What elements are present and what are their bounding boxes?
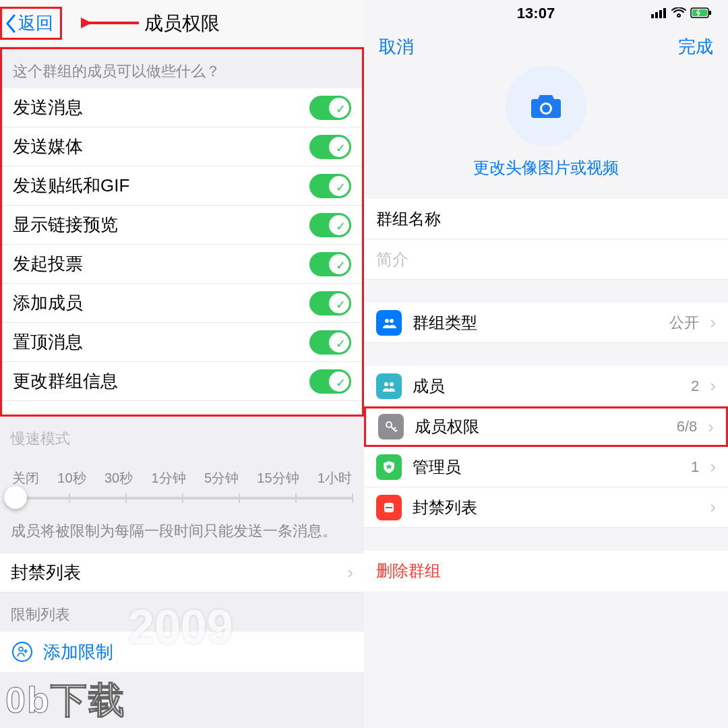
row-value: 2 — [691, 377, 699, 395]
avatar-button[interactable] — [506, 65, 586, 146]
perm-label: 更改群组信息 — [13, 369, 118, 393]
chevron-right-icon: › — [708, 417, 714, 437]
svg-rect-4 — [651, 14, 654, 18]
slider-tick-label: 5分钟 — [204, 469, 239, 487]
members-icon — [376, 373, 402, 399]
perm-row[interactable]: 发送贴纸和GIF✓ — [2, 166, 362, 206]
chevron-right-icon: › — [710, 497, 716, 518]
key-icon — [378, 414, 404, 439]
svg-rect-10 — [709, 11, 711, 15]
right-header: 取消 完成 — [364, 27, 728, 59]
perm-label: 显示链接预览 — [13, 213, 118, 237]
permissions-highlight: 这个群组的成员可以做些什么？ 发送消息✓ 发送媒体✓ 发送贴纸和GIF✓ 显示链… — [0, 47, 364, 417]
back-label: 返回 — [18, 11, 53, 35]
perm-label: 发送媒体 — [13, 135, 83, 158]
slider-labels: 关闭 10秒 30秒 1分钟 5分钟 15分钟 1小时 — [0, 456, 364, 487]
toggle-switch[interactable]: ✓ — [309, 96, 351, 120]
svg-point-1 — [19, 647, 23, 651]
svg-rect-7 — [663, 8, 666, 18]
permissions-section-label: 这个群组的成员可以做些什么？ — [2, 49, 362, 88]
camera-icon — [528, 91, 564, 121]
slowmode-desc: 成员将被限制为每隔一段时间只能发送一条消息。 — [0, 514, 364, 548]
row-label: 成员权限 — [415, 416, 479, 437]
members-row[interactable]: 成员 2 › — [364, 366, 728, 406]
perm-row[interactable]: 发送消息✓ — [2, 88, 362, 127]
delete-group-row[interactable]: 删除群组 — [364, 551, 728, 591]
group-icon — [376, 310, 402, 336]
right-screenshot: 13:07 取消 完成 更改头像图片或视频 群组名称 简介 群组类型 — [364, 0, 728, 728]
row-label: 封禁列表 — [413, 497, 477, 518]
perm-label: 置顶消息 — [13, 330, 83, 354]
toggle-switch[interactable]: ✓ — [309, 174, 351, 198]
perm-label: 发送消息 — [13, 96, 83, 119]
banlist-label: 封禁列表 — [11, 561, 81, 584]
group-desc-placeholder: 简介 — [376, 249, 408, 270]
svg-rect-6 — [659, 10, 662, 18]
back-button[interactable]: 返回 — [0, 7, 62, 40]
status-bar: 13:07 — [364, 0, 728, 27]
block-icon — [376, 495, 402, 520]
toggle-switch[interactable]: ✓ — [309, 135, 351, 159]
battery-icon — [690, 5, 712, 22]
slider-thumb[interactable] — [4, 486, 27, 509]
chevron-left-icon — [5, 14, 17, 33]
watermark-bottom: 0b下载 — [5, 676, 126, 725]
left-screenshot: 返回 成员权限 这个群组的成员可以做些什么？ 发送消息✓ 发送媒体✓ 发送贴纸和… — [0, 0, 364, 728]
chevron-right-icon: › — [710, 312, 716, 333]
toggle-switch[interactable]: ✓ — [309, 369, 351, 394]
chevron-right-icon: › — [710, 456, 716, 477]
slowmode-slider[interactable] — [12, 497, 352, 499]
toggle-switch[interactable]: ✓ — [309, 330, 351, 355]
perm-row[interactable]: 添加成员✓ — [2, 284, 362, 323]
change-avatar-link[interactable]: 更改头像图片或视频 — [473, 157, 619, 179]
row-label: 成员 — [413, 375, 445, 397]
left-title: 成员权限 — [144, 11, 220, 36]
perm-row[interactable]: 置顶消息✓ — [2, 323, 362, 362]
row-label: 管理员 — [413, 456, 461, 478]
svg-point-12 — [542, 104, 550, 113]
highlight-arrow-icon — [81, 13, 142, 32]
perm-row[interactable]: 更改群组信息✓ — [2, 362, 362, 401]
chevron-right-icon: › — [710, 375, 716, 396]
slider-tick-label: 10秒 — [57, 469, 86, 487]
slowmode-label: 慢速模式 — [0, 417, 364, 456]
perm-label: 发送贴纸和GIF — [13, 174, 129, 198]
add-person-icon — [12, 642, 32, 662]
done-button[interactable]: 完成 — [678, 35, 713, 59]
slider-tick-label: 15分钟 — [257, 469, 299, 487]
add-restriction-label: 添加限制 — [43, 640, 113, 664]
status-time: 13:07 — [517, 5, 555, 22]
delete-group-label: 删除群组 — [376, 560, 441, 582]
group-desc-input[interactable]: 简介 — [364, 239, 728, 280]
perm-label: 添加成员 — [13, 291, 83, 315]
wifi-icon — [671, 5, 686, 22]
perm-row[interactable]: 发起投票✓ — [2, 245, 362, 284]
svg-rect-5 — [655, 12, 658, 18]
slider-tick-label: 1小时 — [317, 469, 352, 487]
row-label: 群组类型 — [413, 312, 477, 334]
group-name-input[interactable]: 群组名称 — [364, 199, 728, 239]
cancel-button[interactable]: 取消 — [379, 35, 414, 59]
svg-rect-19 — [386, 507, 392, 508]
svg-point-16 — [390, 382, 394, 386]
member-permissions-row[interactable]: 成员权限 6/8 › — [364, 406, 728, 447]
perm-row[interactable]: 显示链接预览✓ — [2, 206, 362, 245]
shield-icon — [376, 454, 402, 480]
admins-row[interactable]: 管理员 1 › — [364, 447, 728, 487]
perm-label: 发起投票 — [13, 252, 83, 276]
row-value: 6/8 — [677, 418, 698, 435]
svg-point-14 — [390, 319, 394, 323]
avatar-section: 更改头像图片或视频 — [364, 59, 728, 199]
toggle-switch[interactable]: ✓ — [309, 252, 351, 276]
group-name-placeholder: 群组名称 — [376, 208, 441, 230]
perm-row[interactable]: 发送媒体✓ — [2, 127, 362, 166]
chevron-right-icon: › — [347, 562, 353, 583]
banlist-row[interactable]: 封禁列表 › — [0, 553, 364, 593]
watermark-year: 2009 — [128, 600, 233, 654]
svg-point-13 — [385, 319, 389, 323]
banned-row[interactable]: 封禁列表 › — [364, 487, 728, 528]
group-type-row[interactable]: 群组类型 公开 › — [364, 303, 728, 343]
toggle-switch[interactable]: ✓ — [309, 291, 351, 315]
toggle-switch[interactable]: ✓ — [309, 213, 351, 237]
slider-tick-label: 1分钟 — [151, 469, 185, 487]
